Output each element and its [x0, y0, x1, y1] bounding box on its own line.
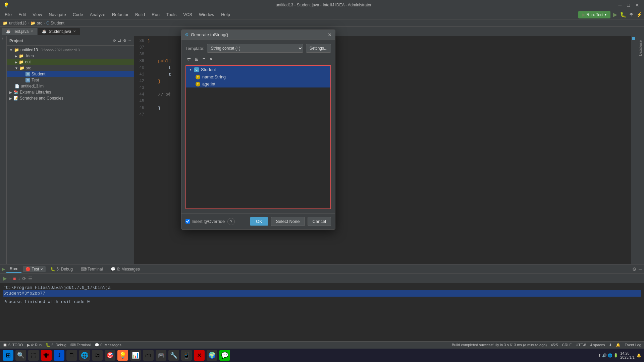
sort-btn[interactable]: ≡ — [201, 56, 207, 62]
menu-build[interactable]: Build — [132, 11, 148, 18]
run-down-btn[interactable]: ↓ — [18, 276, 20, 281]
maximize-button[interactable]: □ — [626, 2, 631, 8]
dialog-close-button[interactable]: ✕ — [328, 32, 332, 38]
taskbar-search[interactable]: 🔍 — [15, 350, 26, 361]
sidebar-toggle-btn[interactable]: ≡ — [1, 38, 5, 40]
move-up-btn[interactable]: ⇄ — [185, 56, 193, 62]
fields-tree[interactable]: ▼ C Student f name:String f age:int — [185, 65, 331, 209]
sidebar-item-src[interactable]: ▼ 📁 src — [7, 65, 134, 71]
sidebar-item-student[interactable]: C Student — [7, 71, 134, 77]
menu-edit[interactable]: Edit — [16, 11, 29, 18]
breadcrumb-class[interactable]: Student — [51, 21, 64, 25]
profile-btn[interactable]: ⚡ — [636, 12, 642, 17]
panel-settings-btn[interactable]: ⚙ — [632, 266, 637, 272]
sidebar-item-untitled13[interactable]: ▼ 📁 untitled13 D:\code-2021\untitled13 — [7, 47, 134, 53]
tree-child-age[interactable]: f age:int — [186, 80, 330, 87]
menu-file[interactable]: File — [2, 11, 14, 18]
tab-test-close[interactable]: ✕ — [31, 29, 33, 33]
sidebar-item-external-libs[interactable]: ▶ 📚 External Libraries — [7, 89, 134, 95]
sidebar-item-out[interactable]: ▶ 📁 out — [7, 59, 134, 65]
run-reload-btn[interactable]: ⟳ — [22, 276, 26, 281]
sidebar-item-test[interactable]: C Test — [7, 77, 134, 83]
menu-view[interactable]: View — [30, 11, 45, 18]
debug-btn[interactable]: 🐛 — [620, 11, 627, 18]
taskbar-app5[interactable]: 🎯 — [105, 350, 115, 361]
menu-tools[interactable]: Tools — [164, 11, 179, 18]
run-stop-btn[interactable]: ■ — [13, 276, 16, 281]
taskbar-app9[interactable]: 🔧 — [168, 350, 179, 361]
close-button[interactable]: ✕ — [634, 2, 641, 8]
tab-student-close[interactable]: ✕ — [73, 29, 76, 33]
run-filter-btn[interactable]: ☰ — [28, 276, 33, 281]
taskbar-jira[interactable]: J — [54, 350, 64, 361]
menu-window[interactable]: Window — [196, 11, 217, 18]
cancel-button[interactable]: Cancel — [308, 217, 331, 226]
tree-child-name[interactable]: f name:String — [186, 73, 330, 80]
tab-debug[interactable]: 🐛 5: Debug — [47, 266, 76, 273]
menu-analyze[interactable]: Analyze — [87, 11, 108, 18]
status-run[interactable]: ▶ 4: Run — [27, 343, 42, 347]
run-config-tab[interactable]: 🔴 Test ✕ — [23, 266, 45, 272]
status-crlf[interactable]: CRLF — [562, 343, 572, 347]
breadcrumb-project[interactable]: untitled13 — [9, 21, 26, 25]
taskbar-app12[interactable]: 💬 — [219, 350, 230, 361]
taskbar-app11[interactable]: ✕ — [194, 350, 205, 361]
taskbar-ie[interactable]: 🌐 — [79, 350, 90, 361]
tree-root-student[interactable]: ▼ C Student — [186, 66, 330, 73]
status-push[interactable]: ⬇ — [609, 343, 612, 347]
taskbar-app6[interactable]: 📊 — [130, 350, 141, 361]
database-icon[interactable]: Database — [638, 39, 643, 57]
status-event-log[interactable]: Event Log — [625, 343, 641, 347]
notification-area[interactable]: 🔔 — [637, 353, 641, 358]
sidebar-minimize-btn[interactable]: ─ — [128, 39, 131, 43]
template-select[interactable]: String concat (+) — [207, 44, 303, 53]
sidebar-item-idea[interactable]: ▶ 📁 .idea — [7, 53, 134, 59]
tab-student-java[interactable]: ☕ Student.java ✕ — [38, 28, 80, 35]
insert-override-checkbox-label[interactable]: Insert @Override — [185, 219, 225, 224]
run-btn[interactable]: ▶ — [613, 11, 617, 18]
status-debug[interactable]: 🐛 5: Debug — [46, 343, 66, 347]
select-none-button[interactable]: Select None — [271, 217, 305, 226]
taskbar-app7[interactable]: 🗃 — [143, 350, 154, 361]
status-terminal[interactable]: ⌨ Terminal — [70, 343, 91, 347]
ok-button[interactable]: OK — [250, 217, 268, 226]
status-messages[interactable]: 💬 0: Messages — [95, 343, 121, 347]
taskbar-intellij[interactable]: 💡 — [117, 350, 128, 361]
menu-code[interactable]: Code — [70, 11, 86, 18]
menu-run[interactable]: Run — [149, 11, 162, 18]
tab-terminal[interactable]: ⌨ Terminal — [77, 266, 106, 273]
menu-navigate[interactable]: Navigate — [46, 11, 68, 18]
menu-refactor[interactable]: Refactor — [109, 11, 131, 18]
panel-minimize-btn[interactable]: ─ — [639, 266, 642, 272]
taskbar-app10[interactable]: 📱 — [181, 350, 192, 361]
tab-test-java[interactable]: ☕ Test.java ✕ — [2, 28, 37, 35]
coverage-btn[interactable]: ☂ — [629, 12, 634, 17]
sidebar-item-iml[interactable]: 📄 untitled13.iml — [7, 83, 134, 89]
sidebar-collapse-btn[interactable]: ⇄ — [118, 39, 121, 43]
move-down-btn[interactable]: ⊞ — [193, 56, 200, 62]
menu-vcs[interactable]: VCS — [180, 11, 195, 18]
taskbar-chrome[interactable]: 🌍 — [207, 350, 217, 361]
taskbar-task-view[interactable]: ⬚ — [28, 350, 39, 361]
insert-override-checkbox[interactable] — [185, 219, 190, 224]
sidebar-sync-btn[interactable]: ⟳ — [113, 39, 116, 43]
taskbar-spyder[interactable]: 🕷 — [41, 350, 52, 361]
breadcrumb-src[interactable]: src — [37, 21, 42, 25]
settings-button[interactable]: Settings... — [306, 44, 331, 53]
help-button[interactable]: ? — [227, 218, 235, 225]
status-todo[interactable]: 🔲 6: TODO — [3, 343, 23, 347]
status-indent[interactable]: 4 spaces — [590, 343, 605, 347]
taskbar-app4[interactable]: 🗂 — [92, 350, 103, 361]
run-up-btn[interactable]: ↑ — [9, 276, 11, 281]
minimize-button[interactable]: ─ — [617, 2, 623, 8]
menu-help[interactable]: Help — [218, 11, 233, 18]
sidebar-item-scratches[interactable]: ▶ 📝 Scratches and Consoles — [7, 95, 134, 101]
run-configuration-btn[interactable]: ▶ Run: Test ▾ — [578, 11, 610, 18]
taskbar-app3[interactable]: 🗒 — [66, 350, 77, 361]
taskbar-app8[interactable]: 🎮 — [156, 350, 166, 361]
status-encoding[interactable]: UTF-8 — [576, 343, 586, 347]
tab-messages[interactable]: 💬 0: Messages — [107, 266, 143, 273]
taskbar-start[interactable]: ⊞ — [3, 350, 13, 361]
run-start-btn[interactable]: ▶ — [3, 275, 7, 282]
status-notification[interactable]: 🔔 — [616, 343, 621, 347]
